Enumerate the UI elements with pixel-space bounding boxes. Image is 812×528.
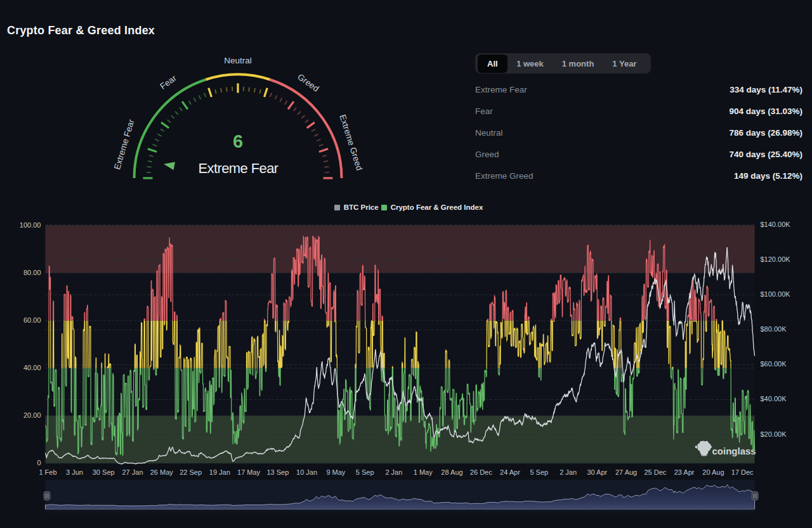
svg-text:80.00: 80.00 [23, 269, 41, 276]
svg-text:28 Aug: 28 Aug [441, 468, 462, 476]
svg-text:17 May: 17 May [237, 468, 261, 476]
svg-text:Extreme Fear: Extreme Fear [198, 160, 278, 176]
svg-text:30 Sep: 30 Sep [93, 468, 115, 476]
svg-text:9 May: 9 May [326, 468, 345, 476]
svg-text:20.00: 20.00 [23, 411, 41, 419]
svg-text:27 Aug: 27 Aug [615, 468, 637, 476]
svg-text:1 Feb: 1 Feb [39, 468, 56, 476]
svg-text:26 Dec: 26 Dec [470, 468, 492, 476]
svg-text:100.00: 100.00 [20, 221, 41, 229]
svg-text:Neutral: Neutral [224, 56, 252, 65]
svg-text:2 Jan: 2 Jan [560, 468, 577, 476]
svg-text:Fear: Fear [159, 73, 179, 91]
svg-text:5 Sep: 5 Sep [356, 468, 374, 476]
svg-text:coinglass: coinglass [712, 446, 756, 456]
svg-text:27 Jan: 27 Jan [122, 468, 143, 476]
svg-text:30 Apr: 30 Apr [587, 468, 607, 476]
svg-text:$80.00K: $80.00K [761, 325, 787, 333]
svg-text:$60.00K: $60.00K [761, 360, 787, 368]
svg-text:17 Dec: 17 Dec [731, 468, 754, 476]
svg-text:22 Sep: 22 Sep [180, 468, 202, 476]
svg-text:$120.00K: $120.00K [761, 255, 791, 263]
svg-text:Extreme Fear: Extreme Fear [112, 118, 136, 171]
svg-text:$140.00K: $140.00K [761, 221, 791, 228]
svg-text:60.00: 60.00 [23, 316, 41, 324]
svg-text:2 Jan: 2 Jan [385, 468, 402, 476]
svg-text:Greed: Greed [296, 72, 320, 93]
svg-text:13 Sep: 13 Sep [266, 468, 289, 476]
svg-text:$100.00K: $100.00K [761, 290, 791, 298]
svg-text:19 Jan: 19 Jan [209, 468, 230, 476]
svg-text:25 Dec: 25 Dec [644, 468, 666, 476]
svg-text:1 May: 1 May [414, 468, 433, 476]
svg-text:$20.00K: $20.00K [761, 430, 787, 438]
svg-text:3 Jun: 3 Jun [66, 468, 83, 476]
svg-text:10 Jan: 10 Jan [296, 468, 317, 476]
svg-text:23 Apr: 23 Apr [674, 468, 695, 476]
svg-text:20 Aug: 20 Aug [702, 468, 724, 476]
svg-text:5 Sep: 5 Sep [530, 468, 548, 476]
svg-text:40.00: 40.00 [23, 364, 41, 371]
svg-text:24 Apr: 24 Apr [500, 468, 520, 476]
svg-text:6: 6 [233, 131, 243, 151]
svg-text:26 May: 26 May [150, 468, 174, 476]
svg-text:0: 0 [37, 459, 41, 467]
svg-text:$40.00K: $40.00K [761, 395, 787, 402]
